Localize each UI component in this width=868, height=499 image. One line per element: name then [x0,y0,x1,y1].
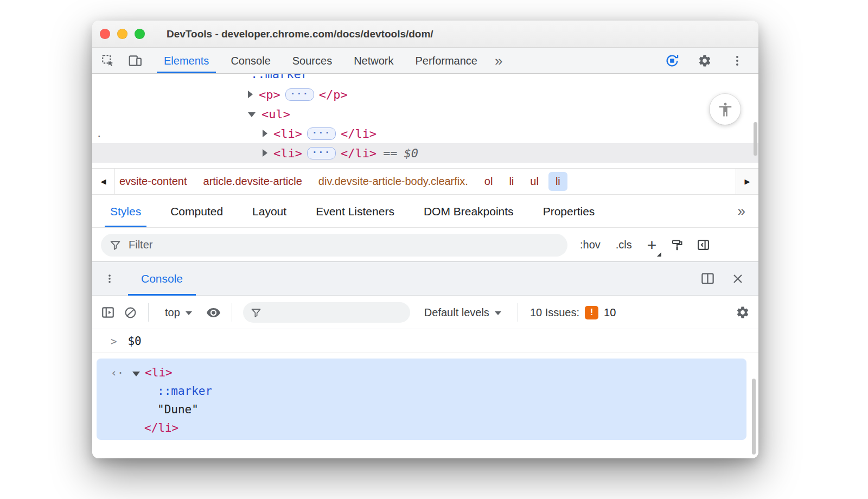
result-pseudo-marker: ::marker [157,385,212,398]
console-scrollbar[interactable] [752,379,756,455]
divider [518,303,518,322]
breadcrumb-item[interactable]: li [501,175,522,188]
elements-tree-panel: ::marker . … <p> </p> <ul> <li> </li> <l… [92,74,758,168]
breadcrumb-scroll-left-icon[interactable]: ◀ [92,169,115,194]
tab-event-listeners[interactable]: Event Listeners [307,195,403,227]
tab-elements[interactable]: Elements [155,48,218,73]
context-selector-value: top [165,306,180,319]
collapse-arrow-icon[interactable] [248,112,256,117]
split-panel-icon[interactable] [700,271,715,286]
result-tag-open: <li> [145,366,173,379]
elements-scrollbar[interactable] [754,122,757,156]
inline-expand-button[interactable] [307,147,336,159]
paint-roller-icon[interactable] [666,239,688,252]
tab-dom-breakpoints[interactable]: DOM Breakpoints [415,195,522,227]
expand-arrow-icon[interactable] [248,91,253,98]
element-classes-button[interactable]: .cls [610,239,638,251]
tab-network[interactable]: Network [344,48,403,73]
breadcrumb-item[interactable]: div.devsite-article-body.clearfix. [310,175,476,188]
log-levels-value: Default levels [424,306,489,319]
dom-node-ul[interactable]: <ul> [92,104,758,124]
drawer-header: Console [92,261,758,296]
tab-properties[interactable]: Properties [534,195,604,227]
tab-console[interactable]: Console [221,48,279,73]
issues-count: 10 [604,306,616,319]
breadcrumb-item[interactable]: article.devsite-article [195,175,310,188]
console-history-entry[interactable]: > $0 [92,330,758,353]
dom-node-li[interactable]: <li> </li> [92,124,758,143]
tag-close: </p> [319,88,348,101]
dom-node-marker-clipped[interactable]: ::marker [251,74,308,82]
accessibility-icon[interactable] [710,94,741,125]
console-messages: > $0 ‹· <li> ::marker "Dune" </li> [92,330,758,458]
console-filter-pill[interactable] [243,302,410,323]
log-levels-dropdown[interactable]: Default levels [419,306,507,319]
toggle-sidebar-icon[interactable] [692,238,715,252]
tab-layout[interactable]: Layout [244,195,295,227]
drawer-tab-console[interactable]: Console [128,262,196,295]
drawer-menu-kebab-icon[interactable] [92,262,120,295]
clear-console-icon[interactable] [124,306,137,319]
breadcrumb-item-selected[interactable]: li [548,172,567,191]
console-toolbar: top Default levels 10 Issues: 10 [92,296,758,329]
minimize-window-button[interactable] [117,29,127,39]
divider [148,303,149,322]
breadcrumb-list: evsite-content article.devsite-article d… [115,169,736,194]
console-output-icon: ‹· [111,366,124,379]
breadcrumb-scroll-right-icon[interactable]: ▶ [736,169,758,194]
expand-arrow-icon[interactable] [263,149,267,157]
devtools-main-toolbar: Elements Console Sources Network Perform… [92,48,758,74]
dom-node-li-selected[interactable]: <li> </li> == $0 [92,143,758,163]
toggle-element-state-button[interactable]: :hov [574,239,607,251]
expand-arrow-icon[interactable] [263,130,267,137]
close-drawer-icon[interactable] [731,272,744,285]
inline-expand-button[interactable] [307,127,336,140]
panel-tabs: Elements Console Sources Network Perform… [153,48,508,73]
context-selector[interactable]: top [159,306,197,319]
tag-open: <ul> [261,107,290,121]
more-panes-icon[interactable]: » [738,195,758,227]
collapse-arrow-icon[interactable] [132,372,140,376]
console-filter-input[interactable] [267,306,403,319]
console-prompt-icon: > [111,335,117,347]
styles-filter-pill[interactable] [101,234,567,257]
devtools-window: DevTools - developer.chrome.com/docs/dev… [92,21,758,458]
dollar-zero-ref: $0 [404,146,419,160]
styles-toolbar: :hov .cls + [92,228,758,261]
refresh-icon[interactable] [661,50,684,72]
breadcrumb-item[interactable]: ol [476,175,501,188]
chevron-down-icon [495,311,501,315]
more-tabs-icon[interactable]: » [488,48,508,73]
new-style-rule-button[interactable]: + [641,237,663,253]
tab-computed[interactable]: Computed [162,195,232,227]
console-settings-gear-icon[interactable] [736,305,750,319]
zoom-window-button[interactable] [135,29,145,39]
tab-performance[interactable]: Performance [406,48,487,73]
issues-counter[interactable]: 10 Issues: 10 [529,306,616,319]
inspect-element-icon[interactable] [97,50,119,72]
tag-open: <li> [273,146,302,160]
tab-styles[interactable]: Styles [101,195,150,227]
issues-label: 10 Issues: [530,306,579,319]
eye-icon[interactable] [206,305,221,320]
tag-close: </li> [341,146,376,160]
device-toolbar-icon[interactable] [124,50,146,72]
tag-open: <li> [273,127,302,140]
kebab-menu-icon[interactable] [726,50,749,72]
dom-node-p[interactable]: <p> </p> [92,85,758,104]
tag-close: </li> [341,127,376,140]
sidebar-pane-tabs: Styles Computed Layout Event Listeners D… [92,195,758,228]
inline-expand-button[interactable] [285,88,314,101]
title-bar: DevTools - developer.chrome.com/docs/dev… [92,21,758,48]
close-window-button[interactable] [100,29,110,39]
styles-filter-input[interactable] [127,238,559,252]
filter-funnel-icon [110,239,121,251]
breadcrumb-item[interactable]: ul [522,175,547,188]
console-sidebar-icon[interactable] [101,305,115,319]
result-text-node: "Dune" [157,403,199,416]
breadcrumb-item[interactable]: evsite-content [116,175,195,188]
console-expression: $0 [127,335,141,348]
settings-gear-icon[interactable] [693,50,716,72]
tab-sources[interactable]: Sources [283,48,341,73]
equals-sign: == [383,146,398,160]
